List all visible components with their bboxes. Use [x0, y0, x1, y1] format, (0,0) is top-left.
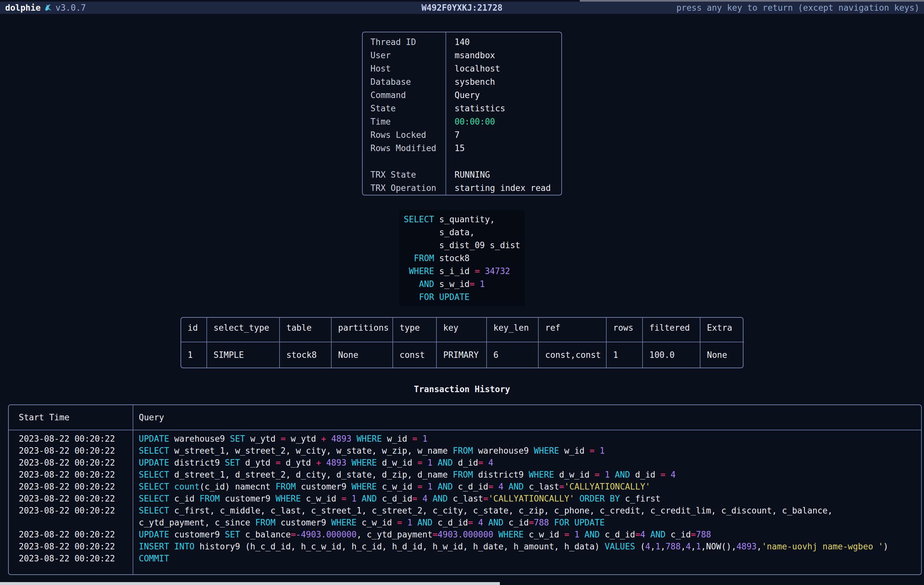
- sql-token-tx: [473, 518, 478, 527]
- query-cell: INSERT INTO history9 (h_c_d_id, h_c_w_id…: [133, 541, 888, 553]
- sql-token-tx: customer9: [219, 494, 276, 504]
- sql-token-kw: FROM: [414, 253, 434, 263]
- explain-data-cell: const: [393, 342, 437, 368]
- sql-token-tx: d_w_id: [377, 458, 417, 468]
- sql-token-num: 1: [655, 542, 661, 551]
- sql-token-str: 'name-uovhj name-wgbeo ': [762, 542, 883, 551]
- sql-token-tx: [503, 482, 508, 491]
- sql-token-kw: UPDATE: [139, 530, 169, 539]
- start-time-cell: 2023-08-22 00:20:22: [9, 553, 133, 565]
- sql-token-kw: count: [174, 482, 200, 491]
- sql-token-tx: [422, 458, 428, 468]
- sql-token-kw: FOR UPDATE: [419, 292, 470, 302]
- sql-token-tx: d_street_1, d_street_2, d_city, d_state,…: [169, 470, 453, 479]
- sql-token-tx: w_id: [559, 446, 589, 456]
- sql-token-op: =: [475, 266, 480, 276]
- sql-token-kw: INSERT INTO: [139, 542, 195, 551]
- sql-token-kw: WHERE: [534, 446, 559, 456]
- thread-field-label: Rows Locked: [363, 129, 446, 142]
- sql-token-kw: FROM: [276, 482, 296, 491]
- explain-data-cell: None: [332, 342, 393, 368]
- sql-token-tx: [493, 530, 498, 539]
- sql-token-op: =: [483, 494, 488, 504]
- sql-token-tx: ,NOW(),: [701, 542, 737, 551]
- sql-token-tx: (c_id) namecnt: [200, 482, 276, 491]
- transaction-row: 2023-08-22 00:20:22SELECT c_first, c_mid…: [9, 505, 921, 517]
- thread-field-label: Command: [363, 89, 446, 102]
- sql-token-tx: c_balance: [240, 530, 291, 539]
- sql-token-tx: [432, 458, 438, 468]
- thread-field-label: State: [363, 102, 446, 115]
- thread-field-value: [446, 155, 455, 168]
- sql-token-tx: [483, 518, 488, 527]
- sql-token-tx: [404, 292, 419, 302]
- sql-token-num: 4: [478, 518, 483, 527]
- sql-line: FROM stock8: [404, 252, 520, 265]
- sql-token-tx: s_i_id: [434, 266, 475, 276]
- sql-token-tx: c_id: [665, 530, 691, 539]
- thread-detail-row: [363, 155, 561, 168]
- sql-token-kw: FOR UPDATE: [554, 518, 605, 527]
- sql-token-tx: [610, 470, 615, 479]
- sql-token-kw: WHERE: [356, 434, 382, 444]
- explain-header-cell: id: [181, 318, 207, 342]
- sql-token-num: 1: [422, 434, 428, 444]
- sql-token-tx: w_ytd: [285, 434, 321, 444]
- transaction-table-header: Start Time Query: [9, 405, 921, 430]
- sql-token-op: =: [417, 482, 422, 491]
- bottom-scrollbar-strip[interactable]: [0, 582, 500, 585]
- thread-field-value: starting index read: [446, 182, 551, 195]
- sql-token-kw: SELECT: [139, 506, 169, 516]
- column-header-start-time: Start Time: [9, 413, 133, 422]
- thread-field-label: TRX State: [363, 168, 446, 182]
- sql-token-kw: AND: [585, 530, 600, 539]
- explain-header-cell: key_len: [487, 318, 539, 342]
- sql-token-tx: s_data,: [404, 228, 475, 237]
- sql-token-num: 4: [422, 494, 428, 504]
- sql-token-kw: FROM: [255, 518, 276, 527]
- query-cell: SELECT d_street_1, d_street_2, d_city, d…: [133, 469, 675, 481]
- query-cell: UPDATE customer9 SET c_balance=-4903.000…: [133, 529, 711, 541]
- thread-field-label: Host: [363, 62, 446, 75]
- sql-token-tx: [169, 482, 174, 491]
- sql-token-op: =: [691, 530, 696, 539]
- thread-field-label: Rows Modified: [363, 142, 446, 155]
- sql-token-tx: customer9: [169, 530, 225, 539]
- start-time-cell: 2023-08-22 00:20:22: [9, 445, 133, 457]
- sql-token-kw: SELECT: [404, 215, 434, 224]
- query-cell: SELECT count(c_id) namecnt FROM customer…: [133, 481, 650, 493]
- sql-token-op: =: [280, 434, 285, 444]
- sql-token-num: 788: [534, 518, 549, 527]
- query-cell: COMMIT: [133, 553, 169, 565]
- sql-token-tx: [404, 279, 419, 289]
- sql-token-tx: s_quantity,: [434, 215, 495, 224]
- explain-data-cell: 6: [487, 342, 539, 368]
- sql-token-op: =: [417, 458, 422, 468]
- sql-token-op: =: [276, 458, 281, 468]
- sql-line: s_dist_09 s_dist: [404, 239, 520, 252]
- sql-token-tx: w_street_1, w_street_2, w_city, w_state,…: [169, 446, 453, 456]
- explain-header-cell: type: [393, 318, 437, 342]
- thread-detail-panel: Thread ID140UsermsandboxHostlocalhostDat…: [362, 32, 562, 195]
- sql-token-tx: [351, 434, 356, 444]
- sql-token-tx: ,: [681, 542, 686, 551]
- explain-header-cell: select_type: [207, 318, 280, 342]
- sql-token-kw: FROM: [453, 470, 474, 479]
- sql-token-tx: [432, 482, 438, 491]
- transaction-row: 2023-08-22 00:20:22SELECT c_id FROM cust…: [9, 493, 921, 505]
- sql-line: FOR UPDATE: [404, 291, 520, 304]
- sql-token-kw: AND: [432, 494, 448, 504]
- sql-token-tx: [427, 494, 432, 504]
- thread-field-value: statistics: [446, 102, 505, 115]
- sql-token-num: 1: [480, 279, 485, 289]
- sql-token-op: =: [478, 458, 483, 468]
- thread-detail-row: Statestatistics: [363, 102, 561, 115]
- thread-detail-row: Usermsandbox: [363, 49, 561, 62]
- sql-token-kw: AND: [650, 530, 665, 539]
- thread-field-label: TRX Operation: [363, 182, 446, 195]
- explain-header-cell: key: [437, 318, 487, 342]
- sql-token-tx: , c_ytd_payment: [356, 530, 432, 539]
- sql-token-kw: AND: [438, 458, 453, 468]
- sql-token-kw: SELECT: [139, 494, 169, 504]
- thread-detail-row: Time00:00:00: [363, 115, 561, 129]
